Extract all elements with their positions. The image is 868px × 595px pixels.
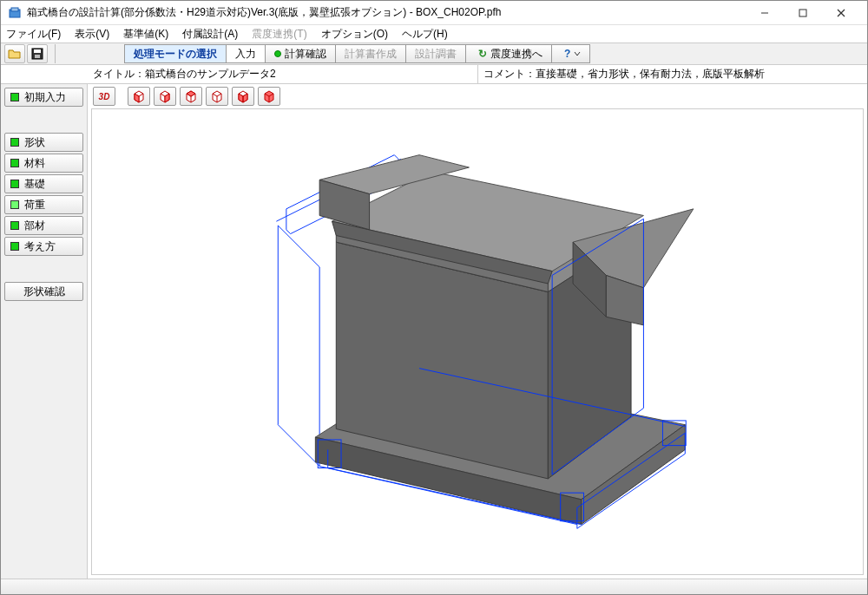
title-value: 箱式橋台のサンプルデータ2 [145,67,276,82]
sidebar-initial-label: 初期入力 [24,90,66,105]
save-button[interactable] [27,44,48,63]
tab-adjust[interactable]: 設計調書 [405,44,466,63]
cube-right-icon [210,89,224,103]
tab-seismic-link[interactable]: ↻震度連携へ [465,44,552,63]
cube-left-icon [184,89,198,103]
view-3d-button[interactable]: 3D [93,87,115,106]
status-square-icon [10,159,19,167]
statusbar [1,579,867,594]
status-square-icon [10,221,19,230]
status-square-icon [10,138,19,147]
comment-value: 直接基礎，省力形状，保有耐力法，底版平板解析 [536,67,765,82]
tab-mode-select[interactable]: 処理モードの選択 [124,44,227,63]
title-field: タイトル： 箱式橋台のサンプルデータ2 [88,65,478,83]
close-button[interactable] [822,2,860,24]
sidebar-shape-label: 形状 [24,135,45,150]
app-window: 箱式橋台の設計計算(部分係数法・H29道示対応)Ver.3(底版，翼壁拡張オプシ… [0,0,868,595]
sidebar-material[interactable]: 材料 [4,154,83,173]
sidebar-shape-confirm-label: 形状確認 [23,284,65,299]
sidebar-shape-confirm[interactable]: 形状確認 [4,282,83,301]
sidebar-foundation[interactable]: 基礎 [4,174,83,193]
help-icon: ? [561,48,574,60]
sidebar: 初期入力 形状 材料 基礎 荷重 部材 考え方 形状確認 [1,84,88,579]
canvas-area: 3D [88,84,867,579]
3d-viewport[interactable] [91,108,864,575]
menu-help[interactable]: ヘルプ(H) [400,26,450,42]
sidebar-foundation-label: 基礎 [24,177,45,192]
status-square-icon [10,242,19,251]
cube-front-icon [132,89,146,103]
menu-standard[interactable]: 基準値(K) [122,26,170,42]
menu-seismic[interactable]: 震度連携(T) [250,26,308,42]
model-render [92,109,863,574]
body: 初期入力 形状 材料 基礎 荷重 部材 考え方 形状確認 3D [1,84,867,579]
view-left-button[interactable] [180,87,202,106]
open-button[interactable] [4,44,25,63]
cube-top-icon [236,89,250,103]
main-toolbar: 処理モードの選択 入力 計算確認 計算書作成 設計調書 ↻震度連携へ ? [1,42,867,65]
info-bar: タイトル： 箱式橋台のサンプルデータ2 コメント： 直接基礎，省力形状，保有耐力… [1,65,867,84]
sidebar-initial[interactable]: 初期入力 [4,88,83,107]
tab-check[interactable]: 計算確認 [265,44,336,63]
view-right-button[interactable] [206,87,228,106]
maximize-button[interactable] [784,2,822,24]
tab-help[interactable]: ? [551,44,590,63]
status-dot-icon [274,50,281,57]
floppy-icon [31,48,43,60]
title-label: タイトル： [93,67,145,82]
view-back-button[interactable] [154,87,176,106]
sidebar-concept-label: 考え方 [24,239,56,254]
svg-rect-7 [34,49,41,53]
view-toolbar: 3D [88,84,867,108]
menu-view[interactable]: 表示(V) [73,26,111,42]
sidebar-concept[interactable]: 考え方 [4,237,83,256]
menubar: ファイル(F) 表示(V) 基準値(K) 付属設計(A) 震度連携(T) オプシ… [1,25,867,42]
cube-back-icon [158,89,172,103]
chevron-down-icon [574,50,581,57]
sidebar-load-label: 荷重 [24,198,45,212]
mode-tabs: 処理モードの選択 入力 計算確認 計算書作成 設計調書 ↻震度連携へ ? [124,44,589,63]
sidebar-member-label: 部材 [24,219,45,233]
cube-bottom-icon [262,89,276,103]
sidebar-member[interactable]: 部材 [4,216,83,235]
svg-rect-8 [35,55,40,58]
toolbar-separator [55,44,56,63]
refresh-icon: ↻ [475,48,490,60]
menu-attach[interactable]: 付属設計(A) [181,26,240,42]
titlebar: 箱式橋台の設計計算(部分係数法・H29道示対応)Ver.3(底版，翼壁拡張オプシ… [1,1,867,25]
status-square-icon [10,180,19,188]
menu-options[interactable]: オプション(O) [319,26,390,42]
tab-input[interactable]: 入力 [226,44,266,63]
comment-field: コメント： 直接基礎，省力形状，保有耐力法，底版平板解析 [478,65,868,83]
app-icon [8,6,22,20]
tab-seismic-label: 震度連携へ [490,47,542,62]
view-bottom-button[interactable] [258,87,280,106]
status-square-icon [10,200,19,209]
sidebar-load[interactable]: 荷重 [4,195,83,214]
status-square-icon [10,93,19,101]
menu-file[interactable]: ファイル(F) [4,26,62,42]
tab-check-label: 計算確認 [285,47,326,62]
svg-rect-1 [11,8,18,11]
window-controls [746,2,860,24]
window-title: 箱式橋台の設計計算(部分係数法・H29道示対応)Ver.3(底版，翼壁拡張オプシ… [27,5,746,20]
svg-rect-3 [799,10,806,16]
tab-report[interactable]: 計算書作成 [335,44,406,63]
view-front-button[interactable] [128,87,150,106]
sidebar-shape[interactable]: 形状 [4,133,83,152]
view-top-button[interactable] [232,87,254,106]
sidebar-material-label: 材料 [24,156,45,171]
folder-open-icon [8,48,22,60]
comment-label: コメント： [483,67,536,82]
minimize-button[interactable] [746,2,784,24]
